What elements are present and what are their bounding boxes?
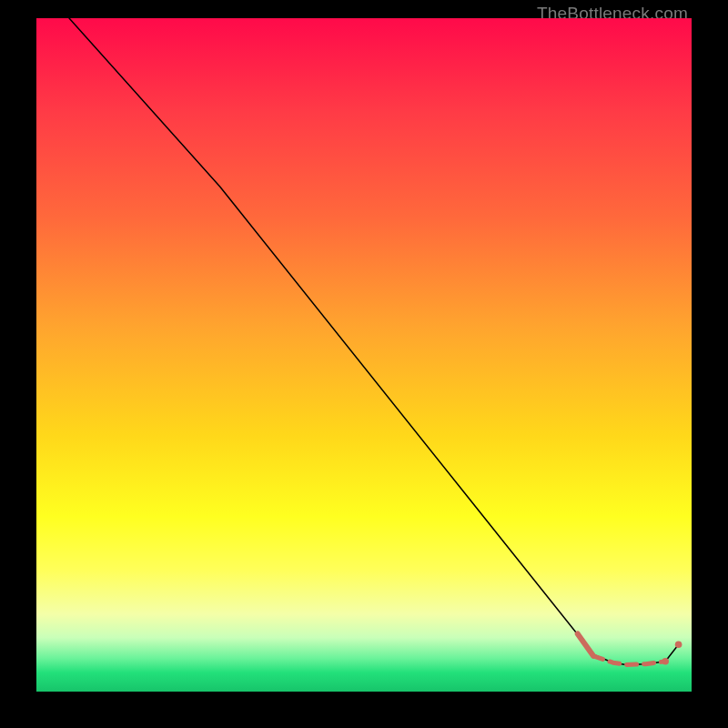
plot-area	[36, 18, 692, 692]
chart-frame: TheBottleneck.com	[0, 0, 728, 728]
tail-marker-point	[675, 641, 682, 648]
series-main-curve	[69, 18, 679, 664]
chart-svg	[36, 18, 692, 692]
series-tail-thick	[578, 633, 593, 655]
tail-dashed-path	[593, 656, 665, 665]
tail-thick-path	[578, 633, 593, 655]
series-tail-dashed	[593, 656, 665, 665]
main-curve-path	[69, 18, 679, 664]
tail-marker-point	[662, 658, 669, 665]
